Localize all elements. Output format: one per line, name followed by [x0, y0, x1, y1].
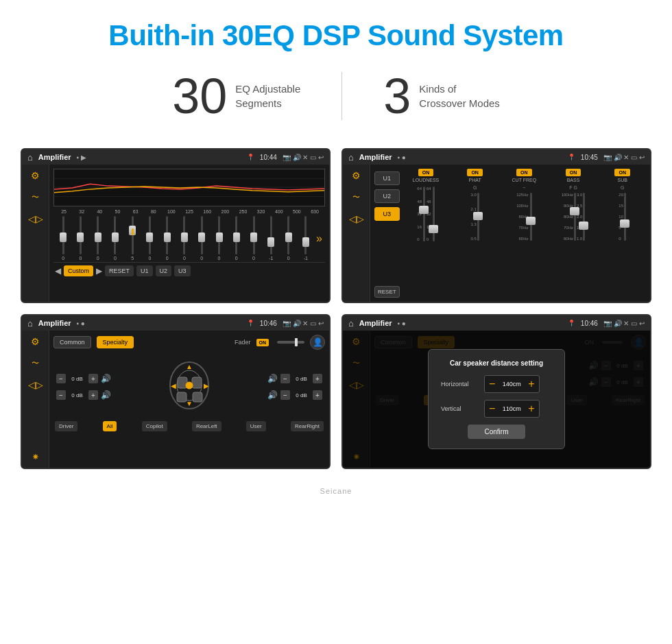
bass-label: BASS: [567, 178, 580, 182]
home-icon-2[interactable]: ⌂: [348, 152, 354, 163]
eq-slider-9[interactable]: 0: [211, 216, 227, 261]
home-icon-4[interactable]: ⌂: [348, 318, 354, 329]
all-btn[interactable]: All: [103, 421, 117, 431]
fader-slider[interactable]: [277, 341, 304, 344]
stat-eq: 30 EQ AdjustableSegments: [131, 71, 341, 121]
stats-row: 30 EQ AdjustableSegments 3 Kinds ofCross…: [0, 64, 672, 141]
top-right-minus[interactable]: −: [280, 374, 290, 383]
bottom-left-plus[interactable]: +: [88, 390, 98, 400]
screen2-status-icons: 📷 🔊 ✕ ▭ ↩: [603, 154, 645, 161]
speaker-layout: − 0 dB + 🔊 − 0 dB + 🔊: [53, 355, 325, 418]
page-title: Buith-in 30EQ DSP Sound System: [0, 0, 672, 64]
eq-arrow-right[interactable]: »: [315, 232, 324, 245]
right-controls: 🔊 − 0 dB + 🔊 − 0 dB +: [267, 374, 322, 400]
screen4-time: 10:46: [581, 320, 598, 327]
eq-slider-4[interactable]: 5: [124, 216, 141, 261]
screen-eq: ⌂ Amplifier ▪ ▶ 📍 10:44 📷 🔊 ✕ ▭ ↩ ⚙ 〜 ◁▷: [21, 148, 331, 303]
bass-toggle[interactable]: ON: [566, 169, 581, 176]
ch-loudness: ON LOUDNESS 644832160 644832160: [403, 169, 450, 298]
top-left-minus[interactable]: −: [56, 374, 66, 383]
screen2-icons: ▪ ●: [398, 154, 406, 161]
vertical-plus[interactable]: +: [528, 403, 534, 415]
u2-preset[interactable]: U2: [374, 189, 400, 203]
eq-slider-12[interactable]: -1: [263, 216, 279, 261]
cutfreq-toggle[interactable]: ON: [516, 169, 532, 176]
user-btn[interactable]: User: [246, 421, 266, 431]
bottom-right-minus[interactable]: −: [280, 390, 290, 400]
driver-btn[interactable]: Driver: [55, 421, 77, 431]
top-left-plus[interactable]: +: [88, 374, 98, 383]
horizontal-minus[interactable]: −: [489, 378, 495, 390]
rearleft-btn[interactable]: RearLeft: [192, 421, 221, 431]
common-btn[interactable]: Common: [53, 336, 91, 348]
profile-icon[interactable]: 👤: [310, 335, 325, 350]
wave-icon-2[interactable]: 〜: [352, 192, 360, 202]
top-left-control: − 0 dB + 🔊: [56, 374, 111, 383]
rearright-btn[interactable]: RearRight: [291, 421, 324, 431]
home-icon-3[interactable]: ⌂: [27, 318, 33, 329]
bottom-right-plus[interactable]: +: [313, 390, 322, 400]
stat-eq-number: 30: [172, 71, 227, 121]
stat-crossover-number: 3: [383, 71, 411, 121]
eq-slider-3[interactable]: 0: [107, 216, 123, 261]
u1-preset[interactable]: U1: [374, 171, 400, 185]
bottom-right-control: 🔊 − 0 dB +: [267, 390, 322, 400]
reset-crossover-btn[interactable]: RESET: [374, 286, 400, 298]
bottom-right-value: 0 dB: [293, 392, 310, 398]
reset-btn[interactable]: RESET: [105, 265, 134, 276]
screen2-content: U1 U2 U3 RESET ON LOUDNESS 6: [370, 165, 650, 302]
phat-toggle[interactable]: ON: [467, 169, 483, 176]
prev-btn[interactable]: ◀: [55, 266, 61, 276]
wave-icon[interactable]: 〜: [32, 192, 39, 202]
screen3-title: Amplifier: [38, 319, 71, 327]
vertical-minus[interactable]: −: [489, 403, 495, 415]
ch-cutfreq: ON CUT FREQ ~ 125Hz100Hz80Hz70Hz60Hz: [501, 169, 548, 298]
horizontal-input[interactable]: − 140cm +: [484, 375, 540, 393]
vertical-input[interactable]: − 110cm +: [484, 400, 540, 418]
volume-icon-3[interactable]: ◁▷: [28, 379, 43, 390]
horizontal-plus[interactable]: +: [528, 378, 534, 390]
eq-slider-10[interactable]: 0: [228, 216, 245, 261]
sub-toggle[interactable]: ON: [614, 169, 630, 176]
bottom-left-minus[interactable]: −: [56, 390, 66, 400]
specialty-btn[interactable]: Specialty: [97, 336, 134, 348]
copilot-btn[interactable]: Copilot: [142, 421, 167, 431]
eq-icon[interactable]: ⚙: [31, 170, 40, 181]
play-btn[interactable]: ▶: [96, 266, 102, 276]
eq-slider-2[interactable]: 0: [90, 216, 106, 261]
confirm-button[interactable]: Confirm: [468, 425, 525, 439]
eq-slider-13[interactable]: 0: [280, 216, 296, 261]
volume-icon-2[interactable]: ◁▷: [349, 213, 364, 224]
top-left-speaker-icon: 🔊: [101, 374, 111, 383]
loudness-toggle[interactable]: ON: [418, 169, 434, 176]
u3-btn[interactable]: U3: [174, 265, 191, 276]
custom-btn[interactable]: Custom: [64, 265, 93, 276]
eq-slider-5[interactable]: 0: [141, 216, 158, 261]
status-bar-2: ⌂ Amplifier ▪ ● 📍 10:45 📷 🔊 ✕ ▭ ↩: [343, 150, 650, 165]
bluetooth-icon[interactable]: ⁕: [32, 451, 40, 462]
eq-slider-11[interactable]: 0: [245, 216, 262, 261]
u2-btn[interactable]: U2: [156, 265, 172, 276]
horizontal-value: 140cm: [498, 381, 525, 387]
eq-slider-0[interactable]: 0: [55, 216, 71, 261]
crossover-channels: ON LOUDNESS 644832160 644832160: [403, 169, 646, 298]
u3-preset[interactable]: U3: [374, 207, 400, 221]
screen1-status-icons: 📷 🔊 ✕ ▭ ↩: [283, 154, 324, 161]
home-icon[interactable]: ⌂: [27, 152, 33, 163]
eq-slider-6[interactable]: 0: [159, 216, 176, 261]
status-bar-3: ⌂ Amplifier ▪ ● 📍 10:46 📷 🔊 ✕ ▭ ↩: [22, 315, 329, 331]
volume-icon[interactable]: ◁▷: [28, 213, 43, 224]
svg-text:▲: ▲: [186, 363, 193, 370]
u1-btn[interactable]: U1: [136, 265, 153, 276]
eq-slider-14[interactable]: -1: [298, 216, 314, 261]
eq-icon-3[interactable]: ⚙: [31, 336, 40, 347]
eq-slider-1[interactable]: 0: [72, 216, 88, 261]
fader-on[interactable]: ON: [256, 339, 269, 346]
top-right-plus[interactable]: +: [313, 374, 322, 383]
eq-slider-7[interactable]: 0: [176, 216, 193, 261]
svg-text:▼: ▼: [186, 400, 193, 407]
wave-icon-3[interactable]: 〜: [32, 358, 39, 368]
eq-slider-8[interactable]: 0: [193, 216, 210, 261]
eq-icon-2[interactable]: ⚙: [352, 170, 361, 181]
ch-sub: ON SUB G 20151050: [599, 169, 646, 298]
